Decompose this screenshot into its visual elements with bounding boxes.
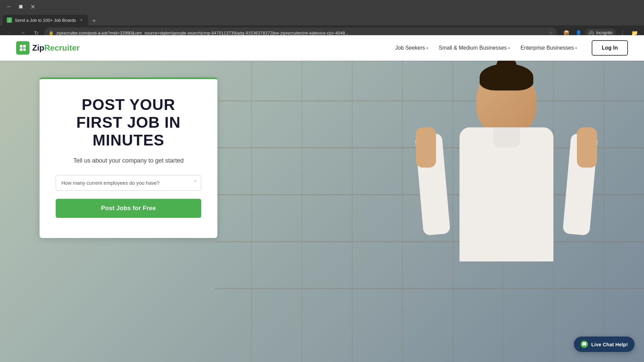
svg-point-4 <box>590 33 591 34</box>
employee-count-select[interactable]: How many current employees do you have? … <box>56 175 201 191</box>
hero-title: POST YOUR FIRST JOB IN MINUTES <box>56 96 201 149</box>
active-tab[interactable]: Z Send a Job to 100+ Job Boards × <box>3 15 88 25</box>
nav-smb[interactable]: Small & Medium Businesses ▾ <box>435 42 514 54</box>
hero-section: POST YOUR FIRST JOB IN MINUTES Tell us a… <box>0 61 644 362</box>
hero-person-image <box>409 61 604 362</box>
login-button[interactable]: Log In <box>592 40 628 56</box>
live-chat-label: Live Chat Help! <box>591 342 628 347</box>
svg-rect-1 <box>19 5 22 8</box>
nav-job-seekers[interactable]: Job Seekers ▾ <box>391 42 432 54</box>
svg-rect-0 <box>7 7 10 7</box>
incognito-label: Incognito <box>596 31 612 35</box>
minimize-button[interactable] <box>4 2 13 11</box>
browser-chrome: Z Send a Job to 100+ Job Boards × + ← → … <box>0 0 644 35</box>
svg-rect-6 <box>20 45 22 48</box>
website-content: ZipRecruiter Job Seekers ▾ Small & Mediu… <box>0 35 644 362</box>
url-text: ziprecruiter.com/post-a-job?mid=32990&ut… <box>56 31 546 36</box>
logo[interactable]: ZipRecruiter <box>16 41 79 55</box>
logo-icon <box>16 41 30 55</box>
svg-rect-8 <box>20 48 22 51</box>
maximize-button[interactable] <box>16 2 25 11</box>
site-navigation: ZipRecruiter Job Seekers ▾ Small & Mediu… <box>0 35 644 61</box>
title-bar <box>0 0 644 13</box>
bookmark-icon[interactable]: ☆ <box>549 31 553 35</box>
lock-icon: 🔒 <box>49 31 54 35</box>
window-controls <box>4 2 38 11</box>
chevron-down-icon: ▾ <box>508 46 510 50</box>
logo-text: ZipRecruiter <box>32 43 79 53</box>
tab-favicon: Z <box>7 17 12 23</box>
nav-enterprise[interactable]: Enterprise Businesses ▾ <box>517 42 581 54</box>
nav-links: Job Seekers ▾ Small & Medium Businesses … <box>391 42 581 54</box>
svg-point-5 <box>592 33 593 34</box>
hero-card: POST YOUR FIRST JOB IN MINUTES Tell us a… <box>40 77 217 238</box>
live-chat-widget[interactable]: Live Chat Help! <box>574 337 635 352</box>
tab-bar: Z Send a Job to 100+ Job Boards × + <box>0 13 644 25</box>
close-button[interactable] <box>28 2 38 11</box>
chevron-down-icon: ▾ <box>426 46 428 50</box>
tab-close-button[interactable]: × <box>79 17 84 23</box>
post-jobs-button[interactable]: Post Jobs for Free <box>56 199 201 218</box>
new-tab-button[interactable]: + <box>90 16 99 25</box>
employee-select-wrapper: How many current employees do you have? … <box>56 175 201 191</box>
tab-title: Send a Job to 100+ Job Boards <box>15 18 76 23</box>
svg-point-9 <box>23 48 26 51</box>
chevron-down-icon: ▾ <box>575 46 577 50</box>
svg-rect-7 <box>23 45 26 48</box>
hero-subtitle: Tell us about your company to get starte… <box>56 157 201 164</box>
chat-icon <box>581 341 588 348</box>
